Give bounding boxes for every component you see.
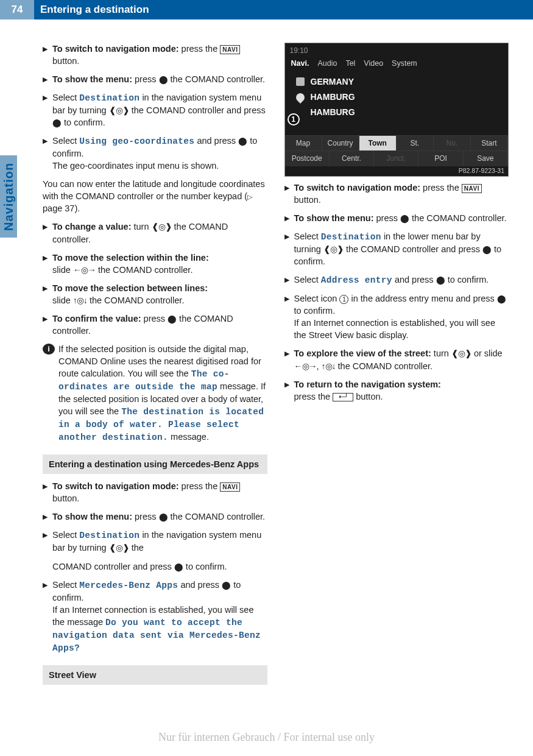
slide-v-icon: ↑◎↓: [322, 361, 336, 371]
circled-1-icon: 1: [339, 295, 348, 304]
step-text: to confirm.: [62, 118, 105, 127]
ui-ref-destination: Destination: [79, 93, 139, 103]
ui-ref-destination: Destination: [321, 232, 381, 242]
menu-start: Start: [471, 136, 508, 151]
press-icon: ⬤: [168, 314, 177, 323]
menu-town: Town: [359, 136, 397, 151]
menu-country: Country: [322, 136, 359, 151]
info-icon: i: [43, 344, 55, 355]
side-tab-navigation: Navigation: [0, 155, 17, 238]
step-marker-icon: ▶: [43, 252, 52, 276]
step-text: to confirm.: [294, 306, 336, 316]
step-text: turn: [431, 348, 451, 358]
page-number: 74: [0, 0, 34, 19]
info-note: i If the selected position is outside th…: [43, 343, 267, 443]
step-marker-icon: ▶: [284, 347, 294, 372]
step-label: To explore the view of the street:: [294, 348, 431, 358]
step-text: the COMAND controller.: [336, 361, 433, 371]
step-text: Select: [52, 580, 79, 590]
tab-system: System: [392, 58, 417, 69]
navi-key-icon: NAVI: [220, 482, 240, 492]
step-text: press: [141, 314, 168, 323]
screen-tabs: Navi. Audio Tel Video System: [285, 57, 509, 70]
step-mb-continuation: COMAND controller and press ⬤ to confirm…: [52, 560, 267, 573]
step-text: the COMAND controller.: [168, 512, 266, 521]
step-text: Select: [294, 231, 321, 241]
step-text: Select: [52, 136, 79, 146]
note-text: message.: [168, 432, 209, 442]
press-icon: ⬤: [497, 294, 506, 303]
screenshot-marker-1: 1: [288, 113, 300, 125]
step-text: press: [132, 512, 159, 521]
navi-key-icon: NAVI: [462, 184, 482, 193]
step-text: the COMAND controller.: [168, 74, 266, 84]
press-icon: ⬤: [436, 275, 445, 284]
step-select-geo: ▶ Select Using geo-coordinates and press…: [43, 135, 267, 172]
step-text: turn: [131, 222, 151, 231]
watermark: Nur für internen Gebrauch / For internal…: [0, 731, 533, 744]
slide-v-icon: ↑◎↓: [73, 295, 87, 305]
step-marker-icon: ▶: [43, 91, 52, 129]
screen-time: 19:10: [285, 43, 509, 57]
step-marker-icon: ▶: [284, 274, 294, 286]
turn-icon: ❰◎❱: [109, 105, 129, 115]
step-marker-icon: ▶: [43, 282, 52, 306]
step-nav-mode: ▶ To switch to navigation mode: press th…: [43, 43, 267, 67]
step-text: press: [132, 74, 159, 84]
step-text: or slide: [471, 348, 503, 358]
step-text: button.: [52, 493, 79, 503]
step-text: button.: [353, 392, 383, 401]
step-marker-icon: ▶: [43, 510, 52, 523]
back-key-icon: [333, 393, 353, 401]
tab-navi: Navi.: [291, 58, 309, 69]
step-label: To show the menu:: [52, 74, 132, 84]
step-text: press the: [294, 392, 333, 401]
menu-save: Save: [464, 151, 508, 166]
step-marker-icon: ▶: [284, 378, 294, 403]
step-text: press the: [179, 44, 221, 54]
slide-h-icon: ←◎→: [73, 265, 96, 275]
step-text: the COMAND controller.: [409, 213, 507, 223]
step-marker-icon: ▶: [43, 73, 52, 85]
step-marker-icon: ▶: [284, 230, 294, 267]
step-sv-return: ▶ To return to the navigation system:pre…: [284, 378, 509, 403]
step-label: To move the selection within the line:: [52, 253, 209, 263]
step-text: the COMAND controller.: [87, 295, 185, 305]
step-text: Select: [52, 530, 79, 540]
step-select-destination: ▶ Select Destination in the navigation s…: [43, 91, 267, 129]
loc-city: HAMBURG: [311, 91, 355, 103]
press-icon: ⬤: [174, 562, 183, 571]
menu-poi: POI: [418, 151, 463, 166]
step-text: the COMAND controller and press: [129, 105, 266, 115]
step-text: Select icon: [294, 294, 340, 303]
step-label: To switch to navigation mode:: [52, 44, 179, 54]
press-icon: ⬤: [400, 214, 409, 223]
press-icon: ⬤: [482, 245, 492, 254]
step-label: To change a value:: [52, 222, 131, 231]
ui-ref-geo: Using geo-coordinates: [79, 136, 194, 146]
step-label: To show the menu:: [294, 213, 374, 223]
step-label: To return to the navigation system:: [294, 380, 441, 389]
press-icon: ⬤: [159, 512, 168, 521]
slide-h-icon: ←◎→: [294, 361, 317, 371]
note-text: If the selected position is outside the …: [58, 344, 261, 378]
step-confirm-value: ▶ To confirm the value: press ⬤ the COMA…: [43, 313, 267, 337]
press-icon: ⬤: [222, 581, 231, 590]
ui-ref-mb-apps: Mercedes-Benz Apps: [79, 581, 178, 590]
step-text: the: [129, 543, 144, 553]
step-text: and press: [178, 580, 222, 590]
step-text: Select: [52, 93, 79, 102]
heading-street-view: Street View: [43, 665, 267, 685]
step-marker-icon: ▶: [43, 313, 52, 337]
step-change-value: ▶ To change a value: turn ❰◎❱ the COMAND…: [43, 221, 267, 245]
step-text: press the: [179, 481, 221, 491]
step-text: button.: [294, 195, 321, 205]
step-move-in-line: ▶ To move the selection within the line:…: [43, 252, 267, 276]
tab-tel: Tel: [345, 58, 355, 69]
step-mb-show-menu: ▶ To show the menu: press ⬤ the COMAND c…: [43, 510, 267, 523]
ui-ref-address-entry: Address entry: [321, 275, 392, 285]
step-marker-icon: ▶: [43, 480, 52, 504]
page-title: Entering a destination: [40, 4, 149, 16]
screen-menu: Map Country Town St. No. Start Postcode …: [285, 135, 509, 166]
screenshot-caption: P82.87-9223-31: [459, 166, 504, 175]
